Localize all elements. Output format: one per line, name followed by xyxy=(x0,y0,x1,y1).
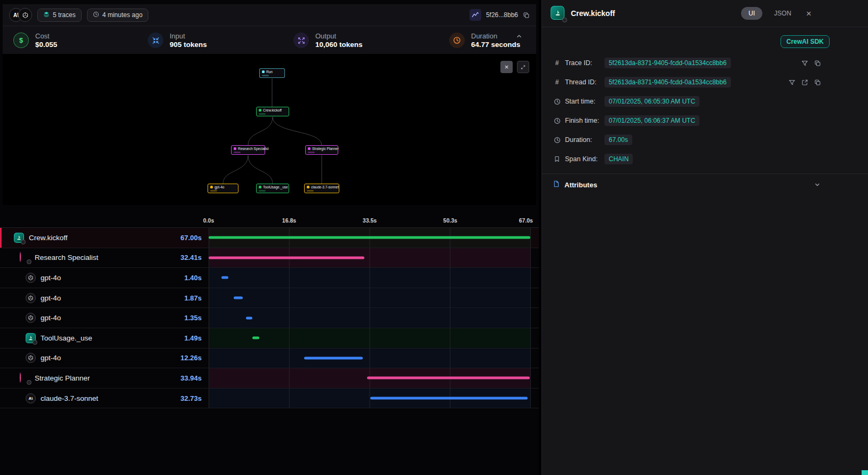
span-bar[interactable] xyxy=(234,297,243,299)
clock-icon xyxy=(449,33,465,48)
span-track xyxy=(209,288,531,308)
expand-graph-button[interactable] xyxy=(517,61,529,73)
metric-input: Input 905 tokens xyxy=(148,32,207,49)
timeline-row-gpt-4o-4[interactable]: gpt-4o 12.26s xyxy=(0,349,539,369)
close-icon: × xyxy=(505,64,509,70)
field-span-kind: Span Kind: CHAIN xyxy=(542,149,868,169)
node-type-icon xyxy=(262,70,265,73)
span-name: gpt-4o xyxy=(41,294,61,302)
detail-header: Crew.kickoff UI JSON × xyxy=(542,0,868,27)
span-duration: 1.87s xyxy=(184,294,209,302)
close-graph-button[interactable]: × xyxy=(500,61,513,73)
timeline-axis: 0.0s16.8s33.5s50.3s67.0s xyxy=(0,205,539,227)
span-track xyxy=(209,328,531,348)
hash-icon: # xyxy=(553,78,561,86)
span-track xyxy=(209,308,531,328)
thread-id-value[interactable]: 5f2613da-8371-9405-fcdd-0a1534cc8bb6 xyxy=(604,77,731,88)
graph-node-strategic-planner[interactable]: Strategic Planner xyxy=(305,145,338,155)
graph-node-crew-kickoff[interactable]: Crew.kickoff xyxy=(256,107,289,116)
span-kind-value[interactable]: CHAIN xyxy=(604,154,633,164)
trace-id-short: 5f26...8bb6 xyxy=(486,11,518,19)
graph-node-gpt-4o[interactable]: gpt-4o xyxy=(208,184,238,193)
copy-thread-id-button[interactable] xyxy=(814,79,821,86)
span-bar[interactable] xyxy=(209,256,364,259)
graph-node-label: gpt-4o xyxy=(214,185,224,189)
filter-by-trace-button[interactable] xyxy=(801,60,808,67)
trace-topbar: A\ 5 traces 4 minutes ago 5f26...8bb6 xyxy=(3,4,536,26)
copy-trace-id-button[interactable] xyxy=(523,12,530,19)
clock-icon xyxy=(553,117,561,124)
filter-by-thread-button[interactable] xyxy=(789,79,795,86)
instrument-badge-icon xyxy=(33,340,37,345)
span-name: ToolUsage._use xyxy=(41,334,92,342)
graph-node-claude-sonnet[interactable]: claude-3.7-sonnet xyxy=(304,184,339,193)
span-bar[interactable] xyxy=(304,357,363,359)
field-finish-time: Finish time: 07/01/2025, 06:06:37 AM UTC xyxy=(542,111,868,130)
bookmark-icon xyxy=(553,156,561,162)
graph-node-research-specialist[interactable]: Research Specialist xyxy=(231,145,265,155)
span-bar[interactable] xyxy=(209,236,530,239)
span-bar[interactable] xyxy=(246,316,252,319)
timeline-row-gpt-4o-1[interactable]: gpt-4o 1.40s xyxy=(0,268,539,288)
metric-label: Input xyxy=(170,32,207,40)
collapse-metrics-button[interactable] xyxy=(515,33,523,40)
span-detail-panel: Crew.kickoff UI JSON × CrewAI SDK # Trac… xyxy=(541,0,868,475)
clock-icon xyxy=(553,137,561,144)
close-panel-button[interactable]: × xyxy=(803,9,815,19)
span-track xyxy=(209,389,531,408)
graph-node-label: Strategic Planner xyxy=(312,147,339,151)
field-label: Duration: xyxy=(565,136,604,144)
timeline-row-gpt-4o-2[interactable]: gpt-4o 1.87s xyxy=(0,288,539,308)
graph-node-toolusage[interactable]: ToolUsage._use xyxy=(256,184,289,193)
metric-value: 10,060 tokens xyxy=(315,41,363,49)
last-updated-badge[interactable]: 4 minutes ago xyxy=(87,9,148,22)
duration-value[interactable]: 67.00s xyxy=(604,134,632,145)
finish-time-value[interactable]: 07/01/2025, 06:06:37 AM UTC xyxy=(604,115,699,126)
span-duration: 32.73s xyxy=(180,394,209,402)
copy-icon xyxy=(814,60,821,67)
axis-tick-label: 50.3s xyxy=(443,217,457,224)
span-name: Crew.kickoff xyxy=(29,234,68,242)
timeline-row-crew-kickoff[interactable]: Crew.kickoff 67.00s xyxy=(0,228,539,248)
span-duration: 1.40s xyxy=(184,274,209,282)
metric-value: 64.77 seconds xyxy=(471,41,520,49)
span-bar[interactable] xyxy=(367,377,530,379)
graph-node-label: Run xyxy=(266,70,273,74)
tab-json[interactable]: JSON xyxy=(771,9,794,18)
traces-count-badge[interactable]: 5 traces xyxy=(37,9,82,22)
metric-value: $0.055 xyxy=(35,41,57,49)
tab-ui[interactable]: UI xyxy=(741,7,762,20)
timeline-row-toolusage[interactable]: ToolUsage._use 1.49s xyxy=(0,328,539,349)
trace-id-group: 5f26...8bb6 xyxy=(469,9,530,21)
open-thread-button[interactable] xyxy=(801,79,808,86)
metric-output: Output 10,060 tokens xyxy=(293,32,363,49)
graph-node-run[interactable]: Run xyxy=(259,68,285,78)
anthropic-icon: A\ xyxy=(26,393,36,403)
timeline-row-gpt-4o-3[interactable]: gpt-4o 1.35s xyxy=(0,308,539,328)
span-name: gpt-4o xyxy=(41,354,61,362)
graph-node-label: Crew.kickoff xyxy=(263,108,282,112)
graph-node-label: claude-3.7-sonnet xyxy=(311,185,339,189)
span-bar[interactable] xyxy=(370,397,528,400)
span-duration: 12.26s xyxy=(180,354,209,362)
attributes-section: Attributes xyxy=(542,173,868,195)
timeline-row-strategic-planner[interactable]: Strategic Planner 33.94s xyxy=(0,368,539,389)
external-link-icon xyxy=(801,79,808,86)
span-bar[interactable] xyxy=(252,337,259,339)
timeline-row-research-specialist[interactable]: Research Specialist 32.41s xyxy=(0,248,539,268)
attributes-toggle[interactable]: Attributes xyxy=(542,174,868,195)
span-bar[interactable] xyxy=(221,276,228,279)
copy-trace-id-button[interactable] xyxy=(814,60,821,67)
chevron-down-icon xyxy=(814,181,821,188)
agent-icon xyxy=(20,373,30,383)
instrument-badge-icon xyxy=(21,240,26,244)
resize-corner[interactable] xyxy=(862,470,868,475)
metric-value: 905 tokens xyxy=(170,41,207,49)
trace-id-value[interactable]: 5f2613da-8371-9405-fcdd-0a1534cc8bb6 xyxy=(604,58,731,68)
start-time-value[interactable]: 07/01/2025, 06:05:30 AM UTC xyxy=(604,96,699,107)
openai-icon xyxy=(26,313,36,323)
field-label: Finish time: xyxy=(565,117,604,124)
timeline-row-claude-sonnet[interactable]: A\ claude-3.7-sonnet 32.73s xyxy=(0,389,539,409)
span-name: Research Specialist xyxy=(35,254,98,262)
dollar-icon: $ xyxy=(13,33,29,48)
